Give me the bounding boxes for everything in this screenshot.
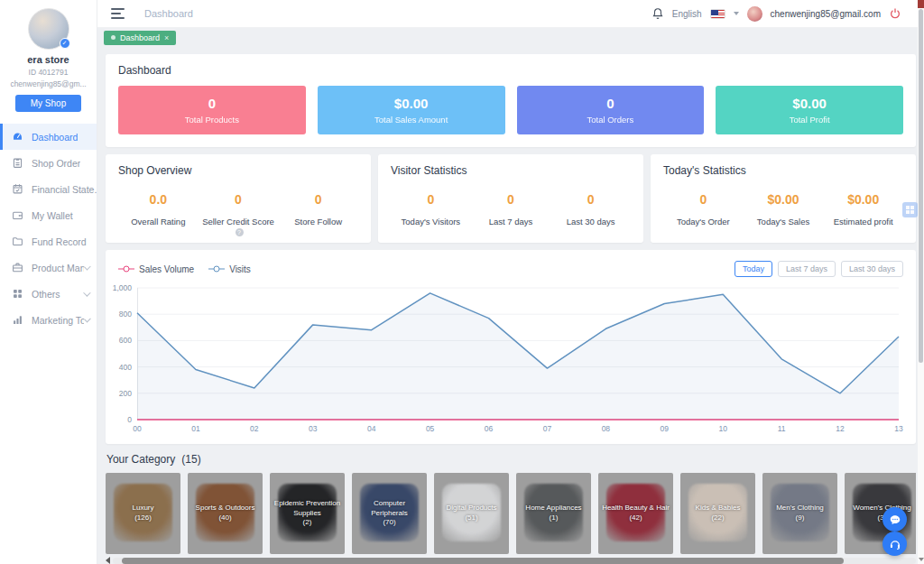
product-management-icon — [12, 262, 23, 273]
x-axis-tick: 13 — [885, 424, 912, 433]
stat-card-total-orders: 0Total Orders — [517, 86, 705, 134]
user-avatar[interactable] — [747, 6, 762, 22]
category-card-luxury[interactable]: Luxury(126) — [106, 473, 180, 554]
stat-cards-row: 0Total Products$0.00Total Sales Amount0T… — [118, 86, 903, 134]
category-card-men-s-clothing[interactable]: Men's Clothing(9) — [762, 473, 837, 554]
chevron-down-icon — [84, 315, 91, 322]
category-name: Epidemic Prevention Supplies — [273, 499, 342, 519]
user-email[interactable]: chenwenjing85@gmail.com — [771, 9, 881, 19]
stat-value: 0 — [606, 96, 614, 111]
category-item-count: (126) — [134, 513, 152, 523]
x-axis-tick: 11 — [768, 424, 795, 433]
category-count: (15) — [181, 453, 200, 466]
stat-card-total-profit: $0.00Total Profit — [716, 86, 903, 134]
sidebar-nav: DashboardShop OrderFinancial State...My … — [0, 124, 97, 333]
store-profile: ✓ era store ID 4012791 chenwenjing85@gm.… — [0, 0, 97, 112]
x-axis-tick: 02 — [241, 424, 268, 433]
panel-stat: 0Last 7 days — [471, 192, 551, 227]
category-card-digital-products[interactable]: Digital Products(51) — [434, 473, 509, 554]
panel-title: Today's Statistics — [663, 164, 903, 177]
category-item-count: (42) — [629, 513, 642, 523]
store-email: chenwenjing85@gm... — [0, 79, 97, 88]
sidebar-item-financial-state[interactable]: Financial State... — [0, 176, 97, 202]
avatar-verified-badge: ✓ — [60, 38, 70, 49]
scroll-left-arrow[interactable] — [106, 557, 110, 564]
panel-stat: $0.00Estimated profit — [823, 192, 903, 227]
tab-close-icon[interactable] — [164, 33, 169, 42]
stat-value: 0 — [208, 96, 216, 111]
x-axis-tick: 03 — [300, 424, 327, 433]
fund-record-icon — [12, 236, 23, 247]
sidebar-item-shop-order[interactable]: Shop Order — [0, 150, 97, 176]
sidebar-item-marketing-tools[interactable]: Marketing Tools — [0, 307, 97, 333]
tab-dashboard[interactable]: Dashboard — [104, 31, 176, 45]
category-card-health-beauty-hair[interactable]: Health Beauty & Hair(42) — [598, 473, 673, 554]
y-axis-tick: 0 — [97, 415, 132, 424]
store-id: ID 4012791 — [0, 68, 97, 77]
panel-stat: 0Today's Visitors — [391, 192, 471, 227]
notification-bell-icon[interactable] — [651, 7, 664, 21]
stat-label: Total Profit — [790, 115, 830, 125]
sidebar-item-my-wallet[interactable]: My Wallet — [0, 202, 97, 228]
legend-item-visits[interactable]: Visits — [208, 264, 251, 274]
category-item-count: (9) — [796, 513, 805, 523]
info-icon[interactable] — [236, 228, 244, 236]
range-button-today[interactable]: Today — [735, 261, 772, 277]
collapse-menu-icon[interactable] — [111, 8, 125, 19]
range-button-last-7-days[interactable]: Last 7 days — [778, 261, 836, 277]
chevron-down-icon[interactable] — [734, 12, 739, 15]
store-name: era store — [0, 54, 97, 65]
language-selector[interactable]: English — [672, 9, 702, 19]
range-button-last-30-days[interactable]: Last 30 days — [841, 261, 903, 277]
legend-item-sales-volume[interactable]: Sales Volume — [118, 264, 194, 274]
x-axis-tick: 09 — [651, 424, 678, 433]
category-card-sports-outdoors[interactable]: Sports & Outdoors(40) — [188, 473, 263, 554]
category-item-count: (1) — [550, 513, 559, 523]
category-item-count: (40) — [218, 513, 231, 523]
chat-button[interactable] — [882, 507, 907, 532]
page-scrollbar-thumb[interactable] — [919, 9, 923, 363]
sidebar-item-dashboard[interactable]: Dashboard — [0, 124, 97, 150]
category-name: Health Beauty & Hair — [602, 504, 670, 513]
panel-stat: $0.00Today's Sales — [744, 192, 824, 227]
panel-stat-label: Last 30 days — [550, 217, 631, 227]
category-name: Kids & Babies — [696, 504, 741, 513]
chart-plot: 02004006008001,0000001020304050607080910… — [137, 288, 899, 420]
my-shop-button[interactable]: My Shop — [15, 95, 81, 112]
stat-card-total-sales-amount: $0.00Total Sales Amount — [318, 86, 505, 134]
financial-state-icon — [12, 183, 23, 195]
x-axis-tick: 00 — [124, 424, 151, 433]
sidebar-item-product-manag[interactable]: Product Manag... — [0, 254, 97, 281]
dashboard-card-title: Dashboard — [118, 64, 903, 77]
scrollbar-thumb[interactable] — [122, 558, 844, 564]
panel-shop-overview: Shop Overview0.0Overall Rating0Seller Cr… — [106, 154, 371, 243]
category-name: Luxury — [132, 504, 153, 513]
panel-stat-value: 0 — [391, 192, 471, 207]
panel-stat-value: 0.0 — [118, 192, 199, 207]
scroll-down-arrow[interactable] — [919, 558, 924, 561]
panel-stat: 0.0Overall Rating — [118, 192, 199, 236]
chart-card: Sales VolumeVisits TodayLast 7 daysLast … — [106, 250, 916, 444]
category-card-kids-babies[interactable]: Kids & Babies(22) — [680, 473, 755, 554]
us-flag-icon[interactable] — [710, 9, 725, 19]
panel-stat-value: 0 — [663, 192, 744, 207]
breadcrumb: Dashboard — [144, 8, 193, 19]
category-card-epidemic-prevention-supplies[interactable]: Epidemic Prevention Supplies(2) — [270, 473, 345, 554]
y-axis-tick: 400 — [97, 363, 132, 372]
customer-support-button[interactable] — [882, 532, 907, 556]
panel-stat-value: 0 — [199, 192, 279, 207]
panel-stat: 0Last 30 days — [550, 192, 631, 227]
category-card-home-appliances[interactable]: Home Appliances(1) — [516, 473, 591, 554]
side-float-widget[interactable] — [902, 202, 918, 217]
x-axis-tick: 04 — [358, 424, 385, 433]
logout-power-icon[interactable] — [889, 7, 901, 20]
chevron-down-icon — [83, 289, 90, 296]
sidebar-item-others[interactable]: Others — [0, 281, 97, 307]
panel-stat-label: Overall Rating — [118, 217, 199, 227]
dashboard-icon — [12, 131, 23, 143]
y-axis-tick: 600 — [97, 336, 132, 345]
category-card-computer-peripherals[interactable]: Computer Peripherals(70) — [352, 473, 427, 554]
panel-stat-label: Store Follow — [278, 217, 358, 227]
panel-stat-value: $0.00 — [823, 192, 903, 207]
sidebar-item-fund-record[interactable]: Fund Record — [0, 228, 97, 254]
